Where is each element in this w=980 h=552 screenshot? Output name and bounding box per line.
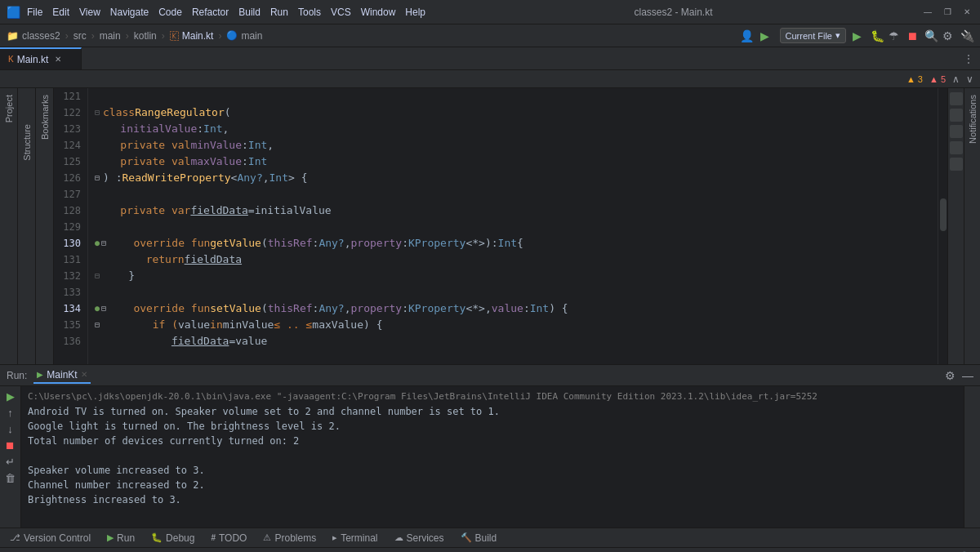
menu-file[interactable]: File: [27, 7, 42, 18]
fold-icon-134[interactable]: ⊟: [101, 300, 106, 317]
run-stop-button[interactable]: ⏹: [4, 438, 17, 452]
run-scroll-up-button[interactable]: ↑: [4, 406, 17, 419]
titlebar: 🟦 File Edit View Navigate Code Refactor …: [0, 0, 980, 24]
breakpoint-icon-135[interactable]: ⊟: [95, 317, 100, 333]
code-line-122: ⊟ class RangeRegulator (: [95, 105, 938, 121]
run-tab-close-button[interactable]: ✕: [81, 370, 87, 379]
run-line-4: [28, 448, 957, 463]
bottom-tab-problems[interactable]: ⚠ Problems: [260, 528, 319, 547]
line-num-130: 130: [54, 235, 81, 252]
coverage-button[interactable]: ☂: [889, 29, 902, 42]
run-line-0: C:\Users\pc\.jdks\openjdk-20.0.1\bin\jav…: [28, 390, 957, 404]
bottom-tab-build-label: Build: [475, 532, 497, 544]
warning-count[interactable]: ▲ 3: [906, 74, 923, 84]
menu-code[interactable]: Code: [158, 7, 182, 18]
breadcrumb-src[interactable]: src: [74, 30, 87, 42]
menu-tools[interactable]: Tools: [298, 7, 321, 18]
scroll-up-icon[interactable]: ∧: [952, 73, 960, 85]
bottom-tab-run[interactable]: ▶ Run: [104, 528, 138, 547]
tool-4[interactable]: [950, 141, 963, 154]
breadcrumb-mainkt[interactable]: Main.kt: [182, 30, 214, 42]
menu-run[interactable]: Run: [270, 7, 288, 18]
bottom-tab-terminal-label: Terminal: [341, 532, 377, 544]
project-tab[interactable]: Project: [2, 91, 16, 126]
run-settings-icon[interactable]: ⚙: [945, 369, 956, 382]
current-file-selector[interactable]: Current File ▾: [780, 28, 846, 43]
tab-close-button[interactable]: ✕: [55, 55, 61, 64]
run-scroll-down-button[interactable]: ↓: [4, 422, 17, 435]
settings-icon[interactable]: ⚙: [942, 29, 956, 42]
navbar: 📁 classes2 › src › main › kotlin › 🇰 Mai…: [0, 24, 980, 47]
run-wrap-button[interactable]: ↵: [4, 455, 17, 468]
run-content: ▶ ↑ ↓ ⏹ ↵ 🗑 C:\Users\pc\.jdks\openjdk-20…: [0, 386, 980, 528]
bottom-tab-version-control[interactable]: ⎇ Version Control: [7, 528, 94, 547]
menu-vcs[interactable]: VCS: [331, 7, 351, 18]
avatar-icon[interactable]: 👤: [740, 29, 754, 42]
code-line-134: ● ⊟ override fun setValue ( thisRef : An…: [95, 300, 938, 317]
more-tabs-icon[interactable]: ⋮: [964, 53, 973, 65]
run-label: Run:: [7, 370, 27, 381]
breadcrumb-file-icon: 🇰: [170, 31, 179, 41]
line-num-136: 136: [54, 333, 81, 349]
scroll-down-icon[interactable]: ∨: [966, 73, 973, 85]
minimize-button[interactable]: —: [921, 6, 934, 19]
menu-view[interactable]: View: [79, 7, 100, 18]
breadcrumb-project[interactable]: classes2: [22, 30, 60, 42]
fold-icon-122[interactable]: ⊟: [95, 105, 100, 121]
line-num-124: 124: [54, 137, 81, 154]
line-num-129: 129: [54, 219, 81, 235]
structure-tab[interactable]: Structure: [20, 121, 33, 164]
run-button[interactable]: ▶: [853, 29, 866, 42]
menu-navigate[interactable]: Navigate: [110, 7, 149, 18]
bookmarks-tab[interactable]: Bookmarks: [38, 91, 51, 143]
tool-5[interactable]: [950, 158, 963, 171]
bottom-tab-services-label: Services: [407, 532, 444, 544]
search-everywhere-icon[interactable]: 🔍: [924, 29, 938, 42]
run-gear-button[interactable]: 🗑: [4, 471, 17, 484]
maximize-button[interactable]: ❐: [941, 6, 954, 19]
bottom-tab-terminal[interactable]: ▸ Terminal: [329, 528, 381, 547]
menu-build[interactable]: Build: [238, 7, 261, 18]
error-count[interactable]: ▲ 5: [929, 74, 946, 84]
bottom-tab-services[interactable]: ☁ Services: [391, 528, 448, 547]
tool-3[interactable]: [950, 125, 963, 138]
plugins-icon[interactable]: 🔌: [960, 29, 973, 42]
tab-label: Main.kt: [17, 54, 49, 65]
current-file-label: Current File: [786, 31, 832, 41]
run-line-7: Brightness increased to 3.: [28, 492, 957, 507]
tab-mainkt[interactable]: K Main.kt ✕: [0, 47, 82, 69]
bottom-tab-debug[interactable]: 🐛 Debug: [148, 528, 198, 547]
fold-icon-130[interactable]: ⊟: [101, 235, 106, 252]
run-tab-mainkt[interactable]: ▶ MainKt ✕: [33, 367, 90, 384]
gutter-icon-130[interactable]: ●: [95, 235, 100, 252]
menu-window[interactable]: Window: [361, 7, 396, 18]
menu-edit[interactable]: Edit: [52, 7, 69, 18]
line-num-125: 125: [54, 154, 81, 170]
chevron-down-icon: ▾: [835, 30, 840, 41]
bottom-tab-build[interactable]: 🔨 Build: [457, 528, 501, 547]
status-bar: ⎇ Build completed successfully with 2 wa…: [0, 547, 980, 552]
code-line-124: private val minValue : Int ,: [95, 137, 938, 154]
tool-1[interactable]: [950, 92, 963, 105]
menu-refactor[interactable]: Refactor: [192, 7, 229, 18]
fold-close-icon-132[interactable]: ⊟: [95, 268, 100, 284]
run-minimize-icon[interactable]: —: [962, 369, 973, 382]
scroll-thumb[interactable]: [940, 198, 947, 231]
fold-close-icon-126[interactable]: ⊟: [95, 170, 100, 186]
code-editor[interactable]: 121 122 123 124 125 126 127 128 129 130 …: [54, 88, 938, 364]
run-config-run-icon[interactable]: ▶: [760, 29, 773, 42]
menu-help[interactable]: Help: [405, 7, 425, 18]
breadcrumb-kotlin[interactable]: kotlin: [134, 30, 157, 42]
tool-2[interactable]: [950, 109, 963, 122]
notifications-panel[interactable]: Notifications: [964, 88, 980, 364]
stop-button[interactable]: ⏹: [906, 29, 920, 42]
editor-scrollbar[interactable]: [938, 88, 947, 364]
gutter-icon-134[interactable]: ●: [95, 300, 100, 317]
code-content[interactable]: ⊟ class RangeRegulator ( initialValue : …: [88, 88, 938, 364]
breadcrumb-main[interactable]: main: [100, 30, 121, 42]
bottom-tab-todo[interactable]: # TODO: [207, 528, 250, 547]
close-button[interactable]: ✕: [960, 6, 973, 19]
run-restart-button[interactable]: ▶: [4, 390, 17, 403]
debug-button[interactable]: 🐛: [871, 29, 884, 42]
breadcrumb-main-fn[interactable]: main: [241, 30, 262, 42]
